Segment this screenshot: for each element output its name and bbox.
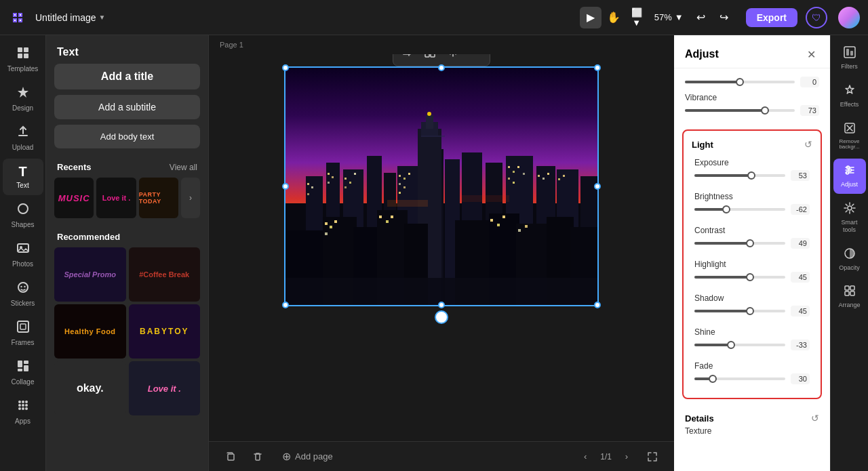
shadow-track[interactable] xyxy=(694,310,785,312)
svg-rect-71 xyxy=(508,178,510,180)
svg-rect-76 xyxy=(558,178,560,180)
shield-button[interactable]: 🛡 xyxy=(806,7,827,28)
shadow-slider-section: Shadow 45 xyxy=(684,291,821,325)
svg-rect-3 xyxy=(24,54,28,58)
add-page-button[interactable]: ⊕ Add page xyxy=(274,447,341,466)
exposure-track[interactable] xyxy=(694,174,785,177)
svg-rect-116 xyxy=(850,291,854,295)
light-title: Light xyxy=(692,140,713,150)
layout-button[interactable] xyxy=(419,54,441,63)
svg-rect-11 xyxy=(18,321,28,332)
copy-page-button[interactable] xyxy=(220,446,241,468)
svg-rect-104 xyxy=(844,47,855,58)
handle-top-right[interactable] xyxy=(594,64,601,71)
canvas-image-container[interactable]: ••• xyxy=(285,68,597,305)
handle-bottom-mid[interactable] xyxy=(438,302,445,308)
svg-point-22 xyxy=(25,404,28,407)
contrast-track[interactable] xyxy=(694,242,785,245)
document-name[interactable]: Untitled image ▼ xyxy=(35,12,105,23)
rec-item-special-promo[interactable]: Special Promo xyxy=(54,247,126,302)
fade-track[interactable] xyxy=(694,377,785,380)
add-body-button[interactable]: Add body text xyxy=(54,125,200,148)
light-reset-button[interactable]: ↺ xyxy=(804,139,812,150)
adjust-panel-close-button[interactable]: ✕ xyxy=(803,46,819,62)
svg-point-49 xyxy=(427,112,431,116)
canvas-wrapper[interactable]: ••• xyxy=(209,54,674,441)
sidebar-item-photos[interactable]: Photos xyxy=(3,236,43,274)
recent-item-love[interactable]: Love it . xyxy=(96,178,136,218)
shine-track[interactable] xyxy=(694,344,785,346)
right-item-opacity[interactable]: Opacity xyxy=(833,242,866,277)
expand-button[interactable] xyxy=(642,446,663,468)
zoom-button[interactable]: 57% ▼ xyxy=(649,9,689,25)
sidebar-item-apps[interactable]: Apps xyxy=(3,393,43,431)
highlight-track[interactable] xyxy=(694,276,785,279)
select-tool-button[interactable]: ▶ xyxy=(580,7,601,28)
svg-rect-102 xyxy=(525,225,528,228)
sidebar-item-text[interactable]: T Text xyxy=(3,159,43,195)
details-reset-button[interactable]: ↺ xyxy=(811,413,819,424)
rec-item-babytoy[interactable]: BABYTOY xyxy=(129,304,201,359)
export-button[interactable]: Export xyxy=(746,8,797,27)
sidebar-item-templates[interactable]: Templates xyxy=(3,41,43,79)
delete-page-button[interactable] xyxy=(247,446,269,468)
rotate-handle[interactable]: ↺ xyxy=(435,310,448,324)
handle-mid-right[interactable] xyxy=(594,183,601,190)
sidebar-item-upload[interactable]: Upload xyxy=(3,119,43,157)
handle-bottom-left[interactable] xyxy=(282,302,289,308)
move-tool-button[interactable]: ✋ xyxy=(603,7,625,28)
more-options-button[interactable]: ••• xyxy=(465,54,487,63)
right-item-remove-bg[interactable]: Remove backgr... xyxy=(833,117,866,157)
sidebar-item-collage[interactable]: Collage xyxy=(3,354,43,392)
brightness-label: Brightness xyxy=(694,192,810,201)
rec-item-okay[interactable]: okay. xyxy=(54,361,126,415)
handle-top-left[interactable] xyxy=(282,64,289,71)
sidebar-item-shapes[interactable]: Shapes xyxy=(3,197,43,234)
right-item-filters[interactable]: Filters xyxy=(833,41,866,76)
svg-rect-61 xyxy=(399,175,401,177)
details-header: Details ↺ xyxy=(685,407,819,426)
frame-tool-button[interactable]: ⬜ ▼ xyxy=(626,7,648,28)
prev-page-button[interactable]: ‹ xyxy=(576,447,595,466)
rec-item-healthy-food[interactable]: Healthy Food xyxy=(54,304,126,359)
right-item-adjust[interactable]: Adjust xyxy=(833,159,866,194)
flip-button[interactable] xyxy=(442,54,464,63)
add-title-button[interactable]: Add a title xyxy=(54,64,200,89)
avatar[interactable] xyxy=(838,7,860,28)
svg-rect-51 xyxy=(307,183,309,185)
sidebar-item-frames[interactable]: Frames xyxy=(3,314,43,352)
view-all-link[interactable]: View all xyxy=(170,163,197,172)
recents-more-button[interactable]: › xyxy=(181,178,200,218)
right-item-arrange[interactable]: Arrange xyxy=(833,279,866,314)
slider-track[interactable] xyxy=(685,81,795,83)
sidebar-item-label: Upload xyxy=(12,144,34,152)
svg-rect-105 xyxy=(846,49,849,56)
handle-bottom-right[interactable] xyxy=(594,302,601,308)
svg-rect-6 xyxy=(18,244,28,252)
rec-item-love-it[interactable]: Love it . xyxy=(129,361,201,415)
recent-item-music[interactable]: MUSIC xyxy=(54,178,94,218)
sidebar-item-stickers[interactable]: Stickers xyxy=(3,275,43,313)
svg-rect-94 xyxy=(325,232,328,235)
add-subtitle-button[interactable]: Add a subtitle xyxy=(54,95,200,119)
svg-rect-97 xyxy=(391,216,393,218)
handle-mid-left[interactable] xyxy=(282,183,289,190)
slider-track-vibrance[interactable] xyxy=(685,109,795,112)
redo-button[interactable]: ↪ xyxy=(713,7,735,28)
brightness-track[interactable] xyxy=(694,208,785,211)
slider-value-vibrance: 73 xyxy=(800,105,819,116)
right-item-effects[interactable]: Effects xyxy=(833,79,866,114)
rec-item-coffee-break[interactable]: #Coffee Break xyxy=(129,247,201,302)
svg-point-23 xyxy=(18,407,21,410)
recent-item-party[interactable]: PARTY TODAY xyxy=(139,178,178,218)
sidebar-item-label: Shapes xyxy=(12,221,35,229)
logo[interactable] xyxy=(8,8,27,27)
sidebar-item-label: Stickers xyxy=(11,300,35,308)
next-page-button[interactable]: › xyxy=(617,447,636,466)
undo-button[interactable]: ↩ xyxy=(690,7,712,28)
opacity-icon xyxy=(844,247,856,262)
right-item-smart-tools[interactable]: Smart tools xyxy=(833,197,866,239)
sidebar-item-design[interactable]: Design xyxy=(3,80,43,118)
handle-top-mid[interactable] xyxy=(438,64,445,71)
crop-button[interactable] xyxy=(396,54,418,63)
